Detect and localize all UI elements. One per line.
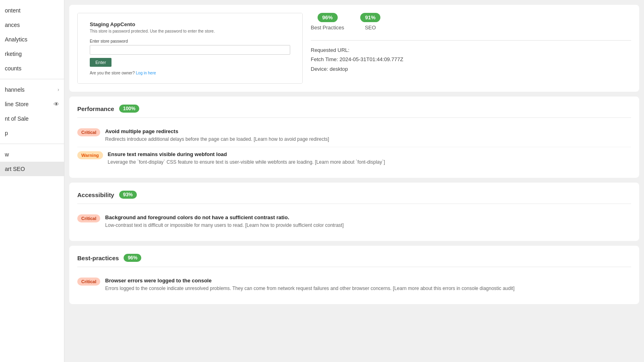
score-item-best-practices: 96% Best Practices	[311, 13, 344, 31]
best-practices-card: Best-practices 96% Critical Browser erro…	[69, 246, 639, 304]
audit-redirects-desc: Redirects introduce additional delays be…	[105, 136, 329, 143]
accessibility-card-header: Accessibility 93%	[77, 191, 631, 204]
sidebar-item-label: counts	[5, 65, 21, 72]
log-in-link[interactable]: Log in here	[136, 71, 156, 75]
audit-avoid-redirects: Critical Avoid multiple page redirects R…	[77, 124, 631, 147]
best-practices-score-pill-2: 96%	[124, 254, 141, 262]
audit-webfont-desc: Leverage the `font-display` CSS feature …	[108, 158, 385, 166]
scores-row: 96% Best Practices 91% SEO	[311, 13, 631, 31]
password-input[interactable]	[90, 45, 290, 55]
performance-title: Performance	[77, 105, 114, 112]
performance-card-header: Performance 100%	[77, 105, 631, 118]
top-section: Staging AppCento This store is password …	[69, 5, 639, 92]
sidebar-item-channels[interactable]: hannels ›	[0, 82, 64, 97]
screenshot-container: Staging AppCento This store is password …	[77, 13, 303, 84]
audit-webfont: Warning Ensure text remains visible duri…	[77, 147, 631, 170]
best-practices-card-header: Best-practices 96%	[77, 254, 631, 267]
sidebar-divider-1	[0, 79, 64, 79]
audit-redirects-text: Avoid multiple page redirects Redirects …	[105, 128, 329, 143]
fetch-time-row: Fetch Time: 2024-05-31T01:44:09.777Z	[311, 55, 631, 64]
sidebar-item-app[interactable]: p	[0, 126, 64, 140]
sidebar-item-marketing[interactable]: rketing	[0, 47, 64, 61]
sidebar-item-label: w	[5, 151, 9, 158]
accessibility-score-pill: 93%	[119, 191, 137, 199]
sidebar-item-view[interactable]: w	[0, 147, 64, 162]
critical-badge-contrast: Critical	[77, 214, 100, 222]
fetch-time-value: 2024-05-31T01:44:09.777Z	[340, 56, 403, 62]
sidebar-item-smart-seo[interactable]: art SEO	[0, 162, 64, 176]
score-item-seo: 91% SEO	[360, 13, 380, 31]
meta-info: Requested URL: Fetch Time: 2024-05-31T01…	[311, 45, 631, 74]
device-label: Device:	[311, 66, 328, 72]
eye-icon: 👁	[54, 101, 59, 107]
sidebar-item-label: line Store	[5, 101, 29, 107]
sidebar: ontent ances Analytics rketing counts ha…	[0, 0, 64, 362]
seo-score-label: SEO	[365, 25, 376, 31]
sidebar-item-finances[interactable]: ances	[0, 18, 64, 32]
audit-redirects-title: Avoid multiple page redirects	[105, 128, 329, 134]
device-value: desktop	[330, 66, 348, 72]
enter-button[interactable]: Enter	[90, 58, 111, 67]
audit-webfont-text: Ensure text remains visible during webfo…	[108, 151, 385, 166]
performance-score-pill: 100%	[119, 105, 140, 113]
password-label: Enter store password	[90, 39, 290, 43]
requested-url-label: Requested URL:	[311, 47, 349, 53]
critical-badge-console: Critical	[77, 278, 100, 286]
sidebar-item-label: hannels	[5, 86, 25, 93]
accessibility-title: Accessibility	[77, 191, 114, 198]
sidebar-item-point-of-sale[interactable]: nt of Sale	[0, 111, 64, 126]
sidebar-item-accounts[interactable]: counts	[0, 61, 64, 76]
sidebar-item-label: art SEO	[5, 166, 25, 172]
store-owner-text: Are you the store owner? Log in here	[90, 71, 290, 75]
sidebar-item-label: ontent	[5, 7, 21, 14]
best-practices-score-badge: 96%	[318, 13, 338, 22]
audit-webfont-title: Ensure text remains visible during webfo…	[108, 151, 385, 157]
audit-contrast-title: Background and foreground colors do not …	[105, 214, 344, 220]
critical-badge-redirects: Critical	[77, 128, 100, 136]
screenshot-inner: Staging AppCento This store is password …	[78, 13, 302, 83]
sidebar-divider-2	[0, 144, 64, 144]
audit-contrast-text: Background and foreground colors do not …	[105, 214, 344, 229]
sidebar-item-label: p	[5, 130, 8, 136]
audit-console-text: Browser errors were logged to the consol…	[105, 278, 514, 292]
best-practices-title: Best-practices	[77, 255, 119, 261]
sidebar-item-label: Analytics	[5, 36, 27, 43]
best-practices-score-label: Best Practices	[311, 25, 344, 31]
accessibility-card: Accessibility 93% Critical Background an…	[69, 183, 639, 241]
seo-score-badge: 91%	[360, 13, 380, 22]
sidebar-item-label: rketing	[5, 51, 22, 57]
audit-contrast-desc: Low-contrast text is difficult or imposs…	[105, 222, 344, 229]
requested-url-row: Requested URL:	[311, 45, 631, 55]
warning-badge-webfont: Warning	[77, 151, 103, 159]
sidebar-item-content[interactable]: ontent	[0, 3, 64, 18]
main-content: Staging AppCento This store is password …	[64, 0, 644, 362]
sidebar-item-label: nt of Sale	[5, 115, 29, 122]
audit-console-desc: Errors logged to the console indicate un…	[105, 285, 514, 292]
audit-console-title: Browser errors were logged to the consol…	[105, 278, 514, 284]
chevron-right-icon: ›	[58, 87, 59, 93]
score-divider	[311, 40, 631, 41]
device-row: Device: desktop	[311, 64, 631, 74]
fetch-time-label: Fetch Time:	[311, 56, 338, 62]
audit-console-errors: Critical Browser errors were logged to t…	[77, 274, 631, 296]
sidebar-item-online-store[interactable]: line Store 👁	[0, 97, 64, 111]
sidebar-item-label: ances	[5, 22, 20, 28]
sidebar-item-analytics[interactable]: Analytics	[0, 32, 64, 47]
performance-card: Performance 100% Critical Avoid multiple…	[69, 97, 639, 178]
score-panel: 96% Best Practices 91% SEO Requested URL…	[311, 13, 631, 84]
audit-contrast: Critical Background and foreground color…	[77, 210, 631, 233]
app-subtitle: This store is password protected. Use th…	[90, 29, 290, 33]
app-title: Staging AppCento	[90, 21, 290, 27]
